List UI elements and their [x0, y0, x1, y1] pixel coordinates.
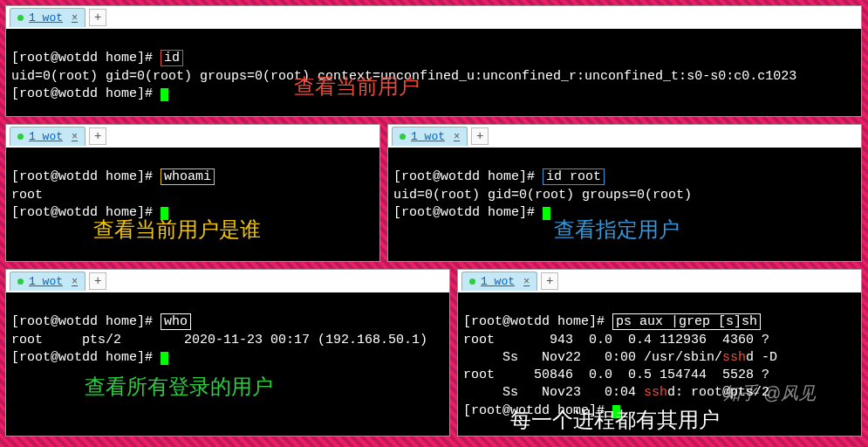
titlebar: 1 wot × +: [6, 270, 449, 292]
status-dot-icon: [400, 134, 406, 140]
cursor-icon: [543, 207, 550, 220]
titlebar: 1 wot × +: [6, 125, 379, 148]
command-whoami: whoami: [161, 168, 215, 185]
output-line: root 943 0.0 0.4 112936 4360 ?: [463, 333, 769, 347]
terminal-output[interactable]: [root@wotdd home]# ps aux |grep [s]sh ro…: [458, 292, 861, 436]
match-highlight: ssh: [722, 350, 746, 365]
tab-label: 1 wot: [29, 130, 63, 143]
terminal-pane-ps: 1 wot × + [root@wotdd home]# ps aux |gre…: [457, 269, 862, 437]
add-tab-button[interactable]: +: [541, 272, 558, 290]
prompt: [root@wotdd home]#: [393, 205, 543, 220]
add-tab-button[interactable]: +: [89, 127, 106, 145]
terminal-output[interactable]: [root@wotdd home]# id root uid=0(root) g…: [388, 148, 861, 261]
add-tab-button[interactable]: +: [471, 127, 489, 145]
command-idroot: id root: [543, 168, 605, 185]
close-icon[interactable]: ×: [454, 131, 460, 143]
terminal-output[interactable]: [root@wotdd home]# who root pts/2 2020-1…: [6, 292, 449, 436]
tab[interactable]: 1 wot ×: [461, 272, 537, 291]
terminal-pane-whoami: 1 wot × + [root@wotdd home]# whoami root…: [5, 124, 380, 262]
terminal-output[interactable]: [root@wotdd home]# id uid=0(root) gid=0(…: [6, 29, 861, 116]
command-who: who: [161, 313, 191, 330]
prompt: [root@wotdd home]#: [11, 51, 161, 65]
command-ps: ps aux |grep [s]sh: [612, 313, 761, 330]
tab[interactable]: 1 wot ×: [10, 127, 85, 146]
prompt: [root@wotdd home]#: [463, 314, 612, 329]
command-id: id: [161, 50, 183, 66]
output-line: root 50846 0.0 0.5 154744 5528 ?: [463, 368, 769, 382]
tab-label: 1 wot: [411, 130, 445, 143]
match-highlight: ssh: [644, 385, 667, 400]
status-dot-icon: [469, 279, 475, 285]
titlebar: 1 wot × +: [388, 125, 861, 148]
tab-label: 1 wot: [481, 275, 515, 288]
prompt: [root@wotdd home]#: [11, 169, 161, 184]
add-tab-button[interactable]: +: [89, 9, 106, 26]
terminal-pane-id: 1 wot × + [root@wotdd home]# id uid=0(ro…: [5, 5, 862, 117]
watermark: 知乎 @风见: [723, 382, 816, 405]
caption: 查看当前用户是谁: [93, 216, 261, 244]
terminal-pane-who: 1 wot × + [root@wotdd home]# who root pt…: [5, 269, 450, 437]
cursor-icon: [161, 352, 168, 365]
caption: 查看所有登录的用户: [85, 373, 273, 401]
status-dot-icon: [17, 134, 24, 140]
tab-label: 1 wot: [29, 275, 63, 288]
close-icon[interactable]: ×: [72, 131, 78, 143]
terminal-pane-idroot: 1 wot × + [root@wotdd home]# id root uid…: [387, 124, 862, 262]
status-dot-icon: [17, 15, 24, 21]
output-line: root: [11, 188, 43, 203]
terminal-output[interactable]: [root@wotdd home]# whoami root [root@wot…: [6, 148, 379, 261]
tab[interactable]: 1 wot ×: [10, 8, 85, 27]
tab[interactable]: 1 wot ×: [10, 272, 85, 291]
status-dot-icon: [17, 279, 24, 285]
cursor-icon: [161, 88, 168, 101]
caption: 每一个进程都有其用户: [510, 406, 720, 434]
close-icon[interactable]: ×: [523, 276, 530, 288]
tab[interactable]: 1 wot ×: [392, 127, 468, 146]
prompt: [root@wotdd home]#: [393, 169, 543, 184]
add-tab-button[interactable]: +: [89, 272, 106, 290]
titlebar: 1 wot × +: [6, 6, 861, 29]
caption: 查看当前用户: [294, 72, 420, 100]
output-line: Ss Nov22 0:00 /usr/sbin/sshd -D: [463, 350, 777, 365]
output-line: uid=0(root) gid=0(root) groups=0(root): [393, 188, 692, 203]
prompt: [root@wotdd home]#: [11, 86, 161, 101]
output-line: root pts/2 2020-11-23 00:17 (192.168.50.…: [11, 333, 427, 347]
caption: 查看指定用户: [554, 216, 680, 244]
prompt: [root@wotdd home]#: [11, 314, 161, 329]
close-icon[interactable]: ×: [72, 276, 78, 288]
titlebar: 1 wot × +: [458, 270, 861, 292]
prompt: [root@wotdd home]#: [11, 350, 161, 365]
tab-label: 1 wot: [29, 11, 63, 24]
close-icon[interactable]: ×: [72, 12, 78, 24]
